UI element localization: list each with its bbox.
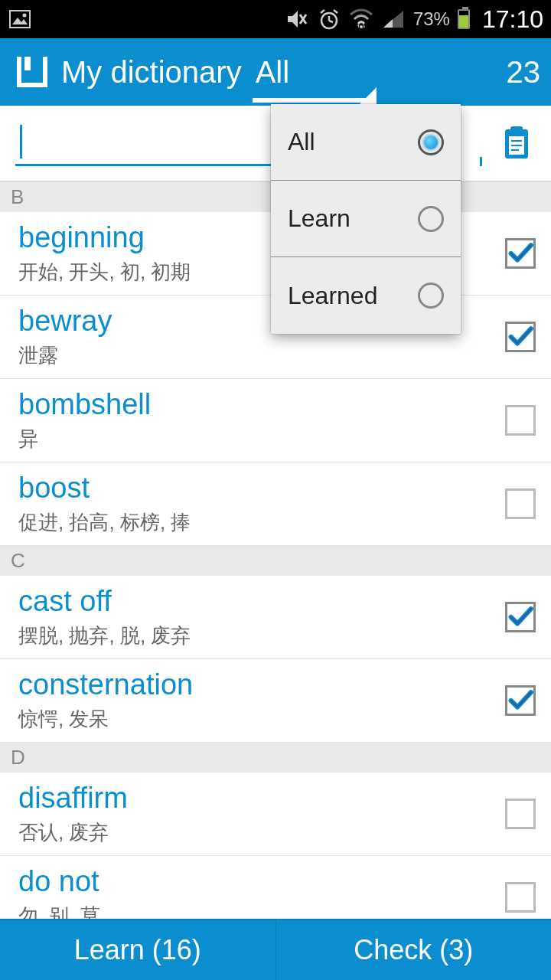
clipboard-button[interactable] [497, 124, 536, 162]
app-bar: My dictionary All 23 [0, 38, 551, 106]
alarm-icon [317, 7, 341, 31]
dropdown-option[interactable]: Learn [271, 181, 461, 257]
word-row[interactable]: cast off摆脱, 抛弃, 脱, 废弃 [0, 576, 551, 659]
svg-line-8 [329, 21, 333, 22]
word-checkbox[interactable] [505, 488, 536, 519]
status-bar: 73% 17:10 [0, 0, 551, 38]
word-checkbox[interactable] [505, 799, 536, 829]
word-checkbox[interactable] [505, 322, 536, 352]
word-checkbox[interactable] [505, 685, 536, 716]
filter-dropdown: AllLearnLearned [271, 104, 461, 334]
svg-line-10 [334, 10, 337, 13]
section-header: C [0, 546, 551, 576]
word-label: bombshell [18, 388, 505, 421]
word-checkbox[interactable] [505, 405, 536, 436]
app-title: My dictionary [61, 55, 242, 90]
word-definition: 否认, 废弃 [18, 819, 505, 846]
svg-marker-1 [12, 18, 28, 24]
svg-rect-0 [10, 11, 30, 28]
svg-point-11 [360, 25, 363, 28]
dropdown-option-label: All [288, 128, 315, 156]
battery-icon [458, 9, 470, 29]
section-header: D [0, 743, 551, 773]
wifi-icon [349, 7, 373, 31]
dropdown-option[interactable]: Learned [271, 257, 461, 334]
battery-percentage: 73% [413, 8, 450, 30]
svg-marker-12 [357, 24, 359, 28]
word-row[interactable]: do not勿, 别, 莫 [0, 856, 551, 919]
word-definition: 促进, 抬高, 标榜, 捧 [18, 509, 505, 536]
word-checkbox[interactable] [505, 238, 536, 269]
word-row[interactable]: bombshell异 [0, 379, 551, 462]
learn-button[interactable]: Learn (16) [0, 920, 276, 980]
radio-icon [418, 206, 444, 232]
check-button-label: Check (3) [354, 934, 473, 966]
word-checkbox[interactable] [505, 602, 536, 632]
filter-spinner[interactable]: All [253, 38, 292, 106]
svg-marker-13 [364, 24, 365, 28]
word-row[interactable]: boost促进, 抬高, 标榜, 捧 [0, 462, 551, 546]
check-button[interactable]: Check (3) [276, 920, 552, 980]
word-row[interactable]: disaffirm否认, 废弃 [0, 773, 551, 856]
word-checkbox[interactable] [505, 882, 536, 913]
app-logo-icon [11, 51, 54, 93]
svg-marker-3 [288, 11, 298, 28]
word-label: disaffirm [18, 782, 505, 815]
word-definition: 异 [18, 426, 505, 452]
radio-icon [418, 129, 444, 155]
image-icon [8, 7, 32, 31]
dropdown-option-label: Learn [288, 204, 350, 233]
word-row[interactable]: consternation惊愕, 发呆 [0, 659, 551, 743]
learn-button-label: Learn (16) [74, 934, 201, 966]
radio-icon [418, 283, 444, 309]
word-definition: 惊愕, 发呆 [18, 706, 505, 733]
word-label: do not [18, 865, 505, 898]
word-label: boost [18, 472, 505, 505]
word-label: cast off [18, 585, 505, 618]
bottom-bar: Learn (16) Check (3) [0, 919, 551, 980]
svg-line-9 [321, 10, 324, 13]
svg-rect-21 [510, 126, 523, 134]
word-definition: 摆脱, 抛弃, 脱, 废弃 [18, 622, 505, 649]
mute-icon [285, 7, 309, 31]
word-count: 23 [507, 55, 541, 90]
filter-spinner-label: All [253, 55, 292, 90]
svg-point-2 [23, 14, 27, 18]
dropdown-option-label: Learned [288, 282, 377, 310]
word-label: consternation [18, 668, 505, 701]
dropdown-option[interactable]: All [271, 104, 461, 181]
word-definition: 勿, 别, 莫 [18, 903, 505, 919]
word-definition: 泄露 [18, 342, 505, 369]
signal-icon [381, 7, 406, 31]
svg-marker-15 [383, 19, 393, 28]
clock: 17:10 [482, 5, 543, 34]
